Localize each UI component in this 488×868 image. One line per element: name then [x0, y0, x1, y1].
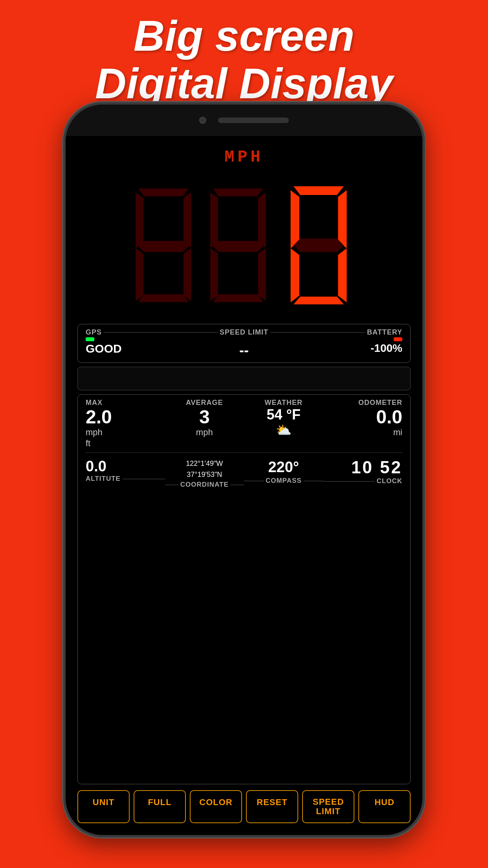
svg-marker-7 [213, 189, 263, 197]
average-label: AVERAGE [186, 399, 223, 407]
svg-marker-2 [183, 192, 191, 248]
svg-marker-12 [258, 248, 266, 301]
average-value: 3 [199, 408, 210, 427]
odometer-value: 0.0 [376, 408, 402, 427]
svg-marker-14 [294, 186, 344, 195]
svg-marker-15 [291, 190, 299, 248]
color-button[interactable]: COLOR [190, 790, 242, 823]
svg-marker-10 [213, 241, 263, 252]
header-title: Big screen Digital Display [8, 12, 480, 107]
clock-value: 10 52 [351, 459, 402, 476]
app-header: Big screen Digital Display [0, 0, 488, 115]
banner-ad [77, 367, 411, 390]
max-unit2: ft [86, 438, 165, 449]
average-stat: AVERAGE 3 mph [165, 399, 244, 449]
gps-indicator [86, 337, 94, 341]
svg-marker-13 [213, 294, 263, 302]
coordinate-stat: 122°1'49"W 37°19'53"N COORDINATE [165, 459, 244, 489]
full-button[interactable]: FULL [134, 790, 186, 823]
battery-value: -100% [371, 342, 402, 355]
coordinate-label: COORDINATE [180, 481, 229, 489]
compass-value: 220° [268, 459, 299, 476]
gps-label: GPS [86, 328, 102, 337]
svg-marker-5 [183, 248, 191, 301]
battery-label: BATTERY [367, 328, 402, 337]
speed-limit-label: SPEED LIMIT [220, 328, 268, 337]
weather-temp: 54 °F [267, 408, 301, 422]
weather-icon: ⛅ [276, 423, 292, 438]
gps-status: GOOD [86, 342, 191, 355]
digit-tens [205, 182, 272, 308]
max-stat: MAX 2.0 mph ft [86, 399, 165, 449]
svg-marker-20 [294, 296, 344, 304]
speed-limit-section: SPEED LIMIT -- [191, 328, 297, 359]
info-panel: GPS GOOD SPEED LIMIT -- BATTERY [77, 324, 411, 363]
gps-section: GPS GOOD [86, 328, 191, 359]
phone-top-bar [66, 105, 422, 136]
speed-limit-button[interactable]: SPEEDLIMIT [302, 790, 354, 823]
action-buttons: UNIT FULL COLOR RESET SPEEDLIMIT HUD [77, 788, 411, 827]
compass-stat: 220° COMPASS [244, 459, 323, 489]
clock-label: CLOCK [377, 477, 402, 485]
svg-marker-8 [210, 192, 218, 248]
unit-button[interactable]: UNIT [77, 790, 130, 823]
max-value: 2.0 [86, 408, 165, 427]
odometer-stat: ODOMETER 0.0 mi [323, 399, 403, 449]
max-label: MAX [86, 399, 165, 407]
stats-top-row: MAX 2.0 mph ft AVERAGE 3 mph WEATHER 54 … [86, 399, 402, 453]
odometer-unit: mi [393, 427, 402, 438]
phone-frame: MPH [63, 102, 425, 837]
digit-units [279, 182, 358, 308]
weather-stat: WEATHER 54 °F ⛅ [244, 399, 323, 449]
coordinate-value1: 122°1'49"W [186, 459, 223, 469]
front-camera [199, 117, 206, 124]
svg-marker-9 [258, 192, 266, 248]
max-unit1: mph [86, 427, 165, 438]
svg-marker-6 [138, 294, 189, 302]
odometer-label: ODOMETER [358, 399, 402, 407]
svg-marker-19 [338, 248, 347, 302]
svg-marker-17 [294, 239, 344, 252]
svg-marker-16 [338, 190, 347, 248]
svg-marker-3 [138, 241, 189, 252]
hud-button[interactable]: HUD [358, 790, 411, 823]
clock-stat: 10 52 CLOCK [323, 459, 403, 489]
weather-label: WEATHER [264, 399, 303, 407]
svg-marker-18 [291, 248, 299, 302]
phone-speaker [218, 118, 289, 123]
battery-section: BATTERY -100% [297, 328, 402, 359]
svg-marker-11 [210, 248, 218, 301]
digit-hundreds [130, 182, 197, 308]
altitude-stat: 0.0 ALTITUTE [86, 459, 165, 489]
average-unit: mph [196, 427, 213, 438]
svg-marker-4 [136, 248, 143, 301]
svg-marker-1 [136, 192, 143, 248]
speedometer-display [77, 171, 411, 320]
compass-label: COMPASS [266, 477, 302, 485]
altitude-value: 0.0 [86, 459, 106, 474]
reset-button[interactable]: RESET [246, 790, 298, 823]
svg-marker-0 [138, 189, 189, 197]
unit-label: MPH [77, 148, 411, 167]
stats-panel: MAX 2.0 mph ft AVERAGE 3 mph WEATHER 54 … [77, 394, 411, 784]
altitude-label: ALTITUTE [86, 475, 121, 483]
coordinate-value2: 37°19'53"N [187, 470, 222, 480]
phone-screen: MPH [66, 136, 422, 835]
battery-indicator [394, 337, 402, 341]
speed-limit-value: -- [239, 342, 249, 359]
stats-bottom-row: 0.0 ALTITUTE 122°1'49"W 37°19'53"N COORD… [86, 457, 402, 489]
